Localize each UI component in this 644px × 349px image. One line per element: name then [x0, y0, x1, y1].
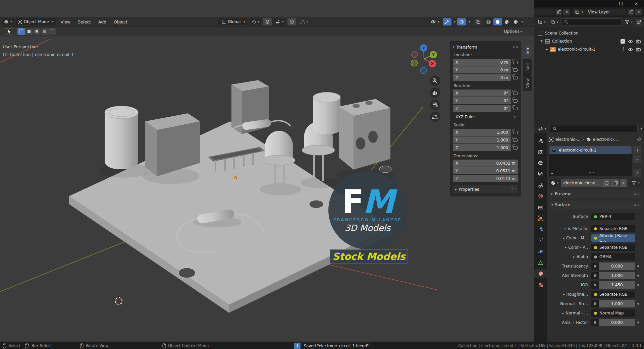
active-tool-select-box[interactable]	[4, 28, 14, 35]
material-name-field[interactable]: electronic-circui...	[561, 179, 602, 187]
outliner-search-input[interactable]	[561, 18, 622, 26]
surface-panel-header[interactable]: ▾ Surface	[549, 201, 641, 209]
normal-map-field[interactable]: Normal Map	[591, 309, 635, 317]
gizmos-dropdown[interactable]: ▾	[454, 20, 456, 23]
scene-copy-button[interactable]	[555, 9, 562, 15]
overlays-dropdown[interactable]: ▾	[469, 20, 470, 23]
alpha-field[interactable]: ORMA	[591, 253, 635, 260]
pivot-point-dropdown[interactable]: ▾	[250, 18, 261, 25]
panel-grip[interactable]	[634, 203, 639, 206]
fake-user-shield-button[interactable]	[602, 179, 610, 187]
gizmo-neg-z[interactable]	[421, 67, 427, 74]
gizmos-toggle[interactable]	[443, 18, 451, 25]
tab-scene[interactable]	[534, 181, 547, 189]
shading-wireframe-button[interactable]	[484, 18, 493, 25]
transform-orientation-dropdown[interactable]: Global ▾	[219, 18, 248, 26]
properties-search-input[interactable]	[550, 125, 638, 132]
slot-list-expand[interactable]: ▸	[551, 172, 553, 175]
disable-render-camera-icon[interactable]	[636, 39, 641, 44]
outliner-filter-dropdown[interactable]: ▾	[623, 19, 634, 25]
close-button[interactable]: ×	[629, 0, 644, 7]
outliner-row-scene-collection[interactable]: Scene Collection	[534, 29, 644, 37]
panel-grip[interactable]	[511, 188, 516, 191]
view-layer-name-field[interactable]: View Layer	[586, 9, 627, 15]
tab-render[interactable]	[534, 148, 547, 156]
tab-object[interactable]	[534, 214, 547, 223]
shading-solid-button[interactable]	[493, 18, 502, 25]
pan-view-button[interactable]	[430, 88, 440, 98]
select-mode-subtract[interactable]	[33, 28, 40, 35]
collection-checkbox[interactable]: ✓	[621, 39, 625, 44]
browse-material-button[interactable]: ▾	[549, 179, 560, 187]
viewport-menu-view[interactable]: View	[58, 19, 74, 24]
preview-panel-header[interactable]: ▸ Preview	[549, 190, 641, 198]
snap-target-dropdown[interactable]: ▾	[274, 18, 285, 25]
options-dropdown[interactable]: Options▾	[504, 27, 522, 36]
hide-viewport-eye-icon[interactable]	[628, 40, 633, 43]
view-layer-copy-button[interactable]	[628, 9, 634, 15]
viewport-menu-object[interactable]: Object	[111, 19, 130, 24]
color-a-field[interactable]: Separate RGB	[591, 244, 635, 251]
tab-particles[interactable]	[534, 236, 547, 245]
select-mode-invert[interactable]	[41, 28, 48, 35]
translucency-field[interactable]: 0.000	[591, 263, 635, 270]
add-material-slot-button[interactable]: +	[633, 146, 641, 154]
saved-notification[interactable]: i Saved "electronic-circuit-1.blend"	[294, 343, 372, 349]
zoom-view-button[interactable]	[430, 75, 440, 86]
gizmo-neg-x[interactable]	[412, 51, 418, 58]
scale-y-lock[interactable]	[511, 138, 518, 142]
rotation-y-lock[interactable]	[511, 99, 518, 103]
copy-material-button[interactable]	[611, 179, 619, 187]
tab-collection[interactable]	[534, 203, 547, 212]
disable-render-camera-icon[interactable]	[636, 47, 641, 52]
properties-subpanel-header[interactable]: ▸ Properties	[453, 185, 518, 193]
mode-dropdown[interactable]: Object Mode ▾	[15, 18, 56, 26]
panel-grip[interactable]	[513, 46, 518, 48]
pin-icon[interactable]	[637, 137, 641, 142]
scale-x-field[interactable]: X1.000	[453, 129, 511, 136]
expand-caret[interactable]: ▶	[546, 48, 548, 51]
expand-caret[interactable]: ▼	[540, 40, 543, 43]
tab-object-data[interactable]	[534, 258, 547, 267]
toggle-grid-button[interactable]	[430, 112, 440, 122]
material-slot-selected[interactable]: electronic-circuit-1	[549, 146, 632, 154]
snap-toggle[interactable]	[263, 18, 272, 25]
new-collection-button[interactable]	[636, 19, 642, 25]
select-mode-set[interactable]	[17, 28, 25, 35]
breadcrumb-material-name[interactable]: electronic-...	[593, 137, 618, 142]
select-mode-extend[interactable]	[25, 28, 33, 35]
tab-modifiers[interactable]	[534, 225, 547, 234]
viewport-menu-select[interactable]: Select	[75, 19, 94, 24]
anis-factor-field[interactable]: 0.000	[591, 319, 635, 326]
scale-z-field[interactable]: Z1.000	[453, 144, 511, 151]
tab-view-layer[interactable]	[534, 170, 547, 178]
rotation-x-lock[interactable]	[511, 92, 518, 95]
ior-field[interactable]: 1.450	[591, 281, 635, 289]
dimensions-x-field[interactable]: X0.0432 m	[453, 160, 518, 167]
overlays-toggle[interactable]	[457, 18, 466, 25]
scene-delete-button[interactable]: ×	[563, 9, 570, 15]
dimensions-z-field[interactable]: Z0.0143 m	[453, 175, 518, 182]
tab-tool[interactable]	[534, 136, 547, 145]
location-x-lock[interactable]	[511, 61, 518, 64]
location-z-lock[interactable]	[511, 76, 518, 79]
camera-view-button[interactable]	[430, 100, 440, 110]
tab-texture[interactable]	[534, 280, 547, 289]
transform-panel-header[interactable]: ▾ Transform	[453, 44, 518, 50]
is-metallic-field[interactable]: Separate RGB	[591, 225, 635, 232]
proportional-falloff-dropdown[interactable]: ▾	[298, 18, 310, 25]
scale-x-lock[interactable]	[511, 131, 518, 134]
hide-viewport-eye-icon[interactable]	[628, 48, 633, 51]
material-slot-list[interactable]: electronic-circuit-1 ▸	[549, 146, 632, 176]
show-object-types-dropdown[interactable]: ▾	[429, 18, 441, 25]
sidebar-tab-view[interactable]: View	[523, 75, 532, 91]
location-y-field[interactable]: Y0 m	[453, 66, 511, 73]
breadcrumb-object-name[interactable]: electronic-...	[555, 137, 581, 142]
rotation-mode-dropdown[interactable]: XYZ Euler▾	[453, 113, 518, 120]
abs-strength-field[interactable]: 1.000	[591, 272, 635, 279]
unlink-material-button[interactable]: ×	[620, 179, 627, 187]
material-specials-dropdown[interactable]: ▾	[633, 169, 641, 177]
sidebar-tab-item[interactable]: Item	[523, 43, 532, 59]
view-layer-browse-button[interactable]: ▾	[573, 9, 585, 15]
gizmo-neg-y[interactable]	[411, 60, 418, 66]
